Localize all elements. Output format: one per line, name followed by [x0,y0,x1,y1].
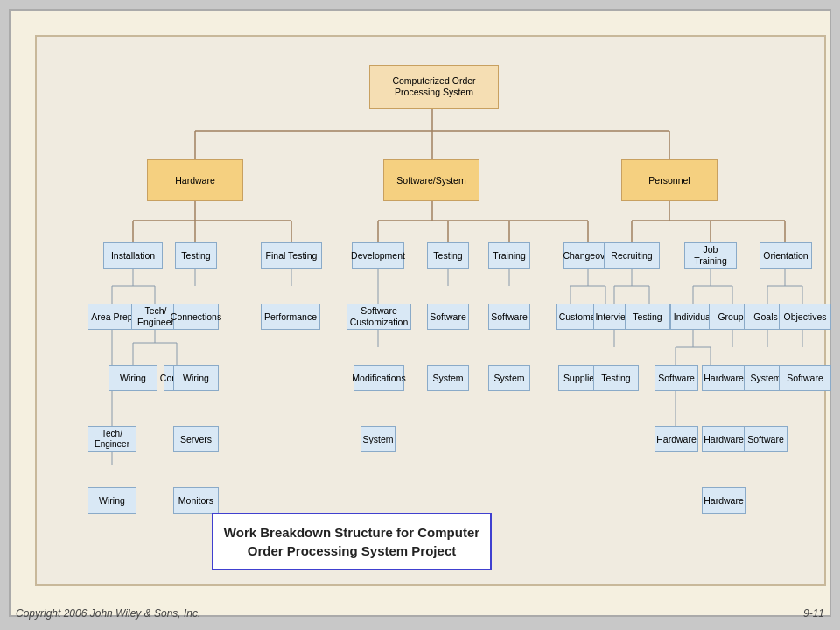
caption-box: Work Breakdown Structure for Computer Or… [212,513,492,570]
hardware-node: Hardware [147,159,243,201]
per-hardware-node: Hardware [702,426,746,452]
sw-software-node: Software [427,304,469,330]
job-training-node: Job Training [684,242,737,269]
train-system-node: System [488,365,530,391]
ori-software-node: Software [779,365,831,391]
objectives-node: Objectives [779,304,831,330]
sw-customization-node: Software Customization [346,304,411,330]
ind-hardware-node: Hardware [702,365,746,391]
root-node: Computerized Order Processing System [369,65,499,108]
modifications-node: Modifications [354,365,404,391]
ind-software-node: Software [654,365,698,391]
copyright-right: 9-11 [803,607,824,620]
sw-hardware-node: Hardware [654,426,698,452]
dev-system-node: System [360,426,396,452]
training-node: Training [488,242,530,269]
software-node: Software/System [383,159,480,201]
hw-monitors-node: Monitors [173,487,219,514]
hw-wiring2-node: Wiring [173,365,219,391]
tech-eng-node: Tech/ Engineer [88,426,136,452]
hw-testing-node: Testing [175,242,217,269]
sw-testing-node: Testing [427,242,469,269]
recruiting-node: Recruiting [604,242,660,269]
area-prep-node: Area Prep [88,304,136,330]
copyright-left: Copyright 2006 John Wiley & Sons, Inc. [16,607,200,620]
train-software-node: Software [488,304,530,330]
performance-node: Performance [261,304,320,330]
personnel-node: Personnel [621,159,718,201]
hw-servers-node: Servers [173,426,219,452]
tech-engineer-node: Wiring [108,365,158,391]
development-node: Development [352,242,404,269]
sw-system-node: System [427,365,469,391]
installation-node: Installation [103,242,163,269]
hw-connections-node: Connections [173,304,219,330]
install-wiring-node: Wiring [88,487,136,514]
per-hardware2-node: Hardware [702,487,746,514]
final-testing-node: Final Testing [261,242,322,269]
per-software2-node: Software [744,426,788,452]
rec-testing-node: Testing [625,304,670,330]
int-testing-node: Testing [593,365,639,391]
orientation-node: Orientation [760,242,812,269]
